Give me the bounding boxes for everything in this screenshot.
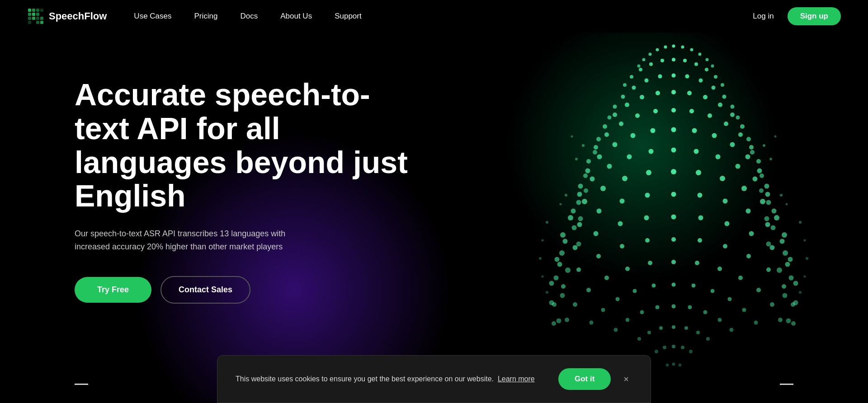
svg-point-229 (763, 144, 765, 147)
scroll-indicator-left (75, 384, 88, 385)
svg-point-64 (671, 108, 676, 112)
hero-subtitle: Our speech-to-text ASR API transcribes 1… (75, 227, 301, 253)
hero-buttons: Try Free Contact Sales (75, 276, 414, 304)
svg-point-118 (741, 186, 747, 191)
nav-item-use-cases[interactable]: Use Cases (134, 12, 171, 21)
svg-point-244 (546, 221, 548, 224)
svg-point-160 (594, 231, 599, 236)
svg-point-79 (583, 173, 588, 178)
svg-point-22 (642, 58, 646, 61)
svg-point-101 (736, 164, 741, 169)
svg-point-155 (793, 281, 798, 286)
svg-point-132 (671, 192, 676, 197)
svg-point-14 (672, 45, 675, 48)
svg-point-33 (639, 68, 642, 71)
svg-point-46 (621, 95, 625, 99)
svg-point-182 (695, 261, 699, 265)
nav-item-docs[interactable]: Docs (240, 12, 258, 21)
brand-name: SpeechFlow (49, 10, 107, 22)
svg-point-27 (694, 62, 698, 66)
logo-icon (27, 8, 44, 25)
svg-point-107 (649, 149, 654, 154)
svg-point-175 (620, 244, 624, 248)
svg-point-131 (565, 267, 571, 273)
svg-point-199 (754, 321, 758, 325)
login-button[interactable]: Log in (753, 12, 774, 21)
navbar: SpeechFlow Use Cases Pricing Docs About … (0, 0, 868, 33)
svg-point-42 (736, 116, 740, 120)
svg-point-245 (542, 239, 544, 242)
logo[interactable]: SpeechFlow (27, 8, 107, 25)
svg-point-18 (706, 58, 709, 61)
svg-point-95 (578, 184, 583, 189)
svg-point-204 (590, 321, 594, 325)
nav-item-about[interactable]: About Us (280, 12, 312, 21)
svg-point-188 (648, 261, 652, 265)
learn-more-link[interactable]: Learn more (498, 375, 535, 383)
svg-point-47 (613, 105, 617, 109)
svg-point-247 (542, 276, 544, 278)
nav-item-support[interactable]: Support (335, 12, 362, 21)
svg-point-246 (539, 257, 542, 260)
svg-point-169 (746, 254, 751, 258)
svg-point-213 (614, 328, 618, 332)
svg-point-143 (597, 209, 602, 214)
svg-rect-8 (32, 17, 35, 20)
hero-title: Accurate speech-to-text API for all lang… (75, 78, 414, 213)
svg-point-136 (765, 222, 770, 227)
svg-point-191 (586, 288, 591, 292)
svg-point-144 (577, 222, 582, 227)
svg-point-37 (685, 75, 689, 79)
svg-point-221 (672, 345, 675, 348)
svg-point-82 (692, 128, 697, 133)
svg-rect-12 (36, 21, 39, 24)
svg-point-233 (786, 203, 788, 206)
svg-point-161 (573, 245, 578, 250)
svg-point-129 (560, 232, 566, 238)
svg-point-109 (607, 164, 612, 169)
svg-point-43 (658, 75, 662, 79)
svg-point-30 (721, 83, 724, 87)
svg-point-23 (637, 65, 641, 68)
svg-point-159 (618, 221, 623, 226)
svg-point-15 (681, 46, 684, 49)
svg-point-177 (576, 267, 581, 272)
svg-point-210 (656, 305, 660, 309)
svg-point-236 (806, 257, 808, 260)
svg-point-202 (616, 297, 620, 301)
svg-point-56 (750, 150, 755, 155)
svg-point-207 (703, 310, 708, 314)
svg-point-216 (696, 331, 700, 334)
svg-point-187 (778, 318, 783, 322)
svg-point-110 (590, 177, 595, 182)
svg-point-206 (688, 305, 692, 309)
try-free-button[interactable]: Try Free (75, 277, 151, 303)
svg-point-222 (681, 346, 684, 349)
svg-point-241 (571, 136, 573, 138)
signup-button[interactable]: Sign up (788, 7, 841, 25)
svg-point-133 (698, 193, 703, 198)
svg-point-158 (644, 216, 649, 220)
svg-point-119 (760, 199, 765, 204)
svg-point-102 (753, 177, 758, 182)
nav-item-pricing[interactable]: Pricing (194, 12, 218, 21)
svg-point-61 (603, 124, 607, 129)
svg-point-203 (601, 308, 605, 312)
accept-cookies-button[interactable]: Got it (558, 368, 611, 390)
svg-point-181 (671, 260, 676, 264)
svg-point-86 (757, 169, 762, 173)
svg-point-40 (722, 95, 726, 99)
svg-point-73 (653, 109, 658, 113)
svg-point-147 (554, 276, 559, 281)
svg-point-195 (692, 284, 696, 288)
svg-point-183 (717, 267, 722, 271)
svg-point-104 (772, 209, 777, 214)
close-cookie-button[interactable]: × (620, 372, 632, 386)
svg-rect-11 (28, 21, 31, 24)
svg-point-165 (557, 319, 561, 323)
svg-point-140 (783, 293, 788, 298)
svg-point-52 (718, 103, 722, 107)
contact-sales-button[interactable]: Contact Sales (160, 276, 250, 304)
svg-point-94 (585, 169, 590, 173)
svg-point-174 (645, 238, 650, 243)
